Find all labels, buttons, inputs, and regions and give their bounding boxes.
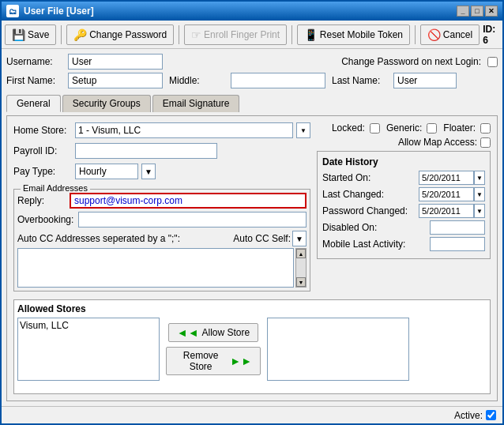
close-button[interactable]: ✕ (485, 6, 498, 17)
active-checkbox[interactable] (486, 410, 496, 420)
scrollbar-track (296, 258, 306, 277)
window-title: User File [User] (24, 6, 94, 17)
change-password-button[interactable]: 🔑 Change Password (66, 24, 174, 45)
key-icon: 🔑 (73, 28, 87, 41)
username-label: Username: (6, 56, 62, 67)
maximize-button[interactable]: □ (471, 6, 483, 17)
mobile-last-row: Mobile Last Activity: (322, 237, 485, 251)
allow-map-checkbox[interactable] (480, 137, 491, 148)
auto-cc-textarea[interactable] (17, 248, 294, 288)
auto-cc-btn-label: Auto CC Self: (233, 233, 291, 244)
payroll-id-input[interactable] (75, 143, 217, 159)
left-store-list[interactable]: Visum, LLC (17, 318, 160, 381)
overbooking-row: Overbooking: (17, 212, 307, 228)
tab-general[interactable]: General (6, 95, 61, 112)
locked-label: Locked: (332, 122, 365, 134)
mobile-last-input[interactable] (430, 237, 485, 251)
tab-security-groups[interactable]: Security Groups (62, 95, 151, 112)
change-password-next-label: Change Password on next Login: (341, 56, 481, 67)
active-label: Active: (454, 410, 483, 421)
last-changed-dropdown-btn[interactable]: ▼ (474, 187, 485, 201)
last-name-input[interactable] (393, 73, 457, 88)
started-on-input[interactable] (419, 171, 474, 185)
reset-mobile-token-button[interactable]: 📱 Reset Mobile Token (297, 24, 410, 45)
started-on-label: Started On: (322, 172, 370, 183)
allow-map-label: Allow Map Access: (398, 137, 477, 148)
password-changed-input[interactable] (419, 204, 474, 218)
username-row: Username: Change Password on next Login: (6, 54, 498, 70)
allow-store-button[interactable]: ◄◄ Allow Store (168, 323, 258, 342)
save-button[interactable]: 💾 Save (5, 24, 56, 45)
locked-row: Locked: (332, 122, 380, 134)
auto-cc-textarea-row: ▲ ▼ (17, 248, 307, 288)
first-name-label: First Name: (6, 75, 62, 86)
overbooking-input[interactable] (78, 212, 307, 228)
window-icon: 🗂 (6, 5, 19, 17)
allow-store-left-arrow-icon: ◄◄ (177, 326, 199, 339)
last-changed-row: Last Changed: ▼ (322, 187, 485, 201)
change-password-next-checkbox[interactable] (487, 57, 498, 67)
home-store-input[interactable] (75, 122, 293, 138)
reply-label: Reply: (17, 195, 65, 206)
password-changed-row: Password Changed: ▼ (322, 204, 485, 218)
floater-checkbox[interactable] (480, 123, 491, 134)
allow-store-label: Allow Store (202, 327, 250, 338)
cancel-button[interactable]: 🚫 Cancel (420, 24, 480, 45)
remove-store-button[interactable]: Remove Store ►► (166, 347, 261, 375)
main-window: 🗂 User File [User] _ □ ✕ 💾 Save 🔑 Change… (0, 0, 504, 425)
scrollbar: ▲ ▼ (295, 248, 307, 288)
middle-label: Middle: (169, 75, 224, 86)
disabled-on-input[interactable] (430, 220, 485, 235)
username-input[interactable] (68, 54, 163, 70)
disabled-on-label: Disabled On: (322, 222, 377, 233)
mobile-last-label: Mobile Last Activity: (322, 239, 405, 250)
auto-cc-dropdown-btn[interactable]: ▼ (292, 231, 307, 246)
email-addresses-title: Email Addresses (21, 183, 90, 193)
password-changed-dropdown-btn[interactable]: ▼ (474, 204, 485, 218)
payroll-id-label: Payroll ID: (13, 145, 69, 156)
password-changed-label: Password Changed: (322, 205, 408, 216)
home-store-label: Home Store: (13, 125, 69, 136)
minimize-button[interactable]: _ (457, 6, 469, 17)
generic-row: Generic: (386, 122, 437, 134)
right-store-list[interactable] (267, 318, 409, 381)
tab-content-general: Home Store: ▼ Payroll ID: Pay Type: (6, 115, 498, 401)
auto-cc-row: Auto CC Addresses seperated by a ";": Au… (17, 231, 307, 246)
allowed-stores-title: Allowed Stores (17, 303, 487, 314)
tabs: General Security Groups Email Signature (6, 95, 498, 112)
scrollbar-up-btn[interactable]: ▲ (296, 249, 306, 258)
last-changed-input[interactable] (419, 187, 474, 201)
pay-type-dropdown-btn[interactable]: ▼ (141, 164, 156, 179)
list-item[interactable]: Visum, LLC (20, 320, 157, 331)
locked-checkbox[interactable] (370, 123, 380, 134)
first-name-input[interactable] (68, 73, 163, 88)
allowed-stores-section: Allowed Stores Visum, LLC ◄◄ Allow Store… (13, 299, 491, 394)
reply-row: Reply: (17, 193, 307, 209)
date-history-box: Date History Started On: ▼ Last Changed: (317, 151, 491, 259)
enroll-fingerprint-button[interactable]: ☞ Enroll Finger Print (184, 24, 287, 45)
started-on-row: Started On: ▼ (322, 171, 485, 185)
pay-type-label: Pay Type: (13, 166, 69, 177)
payroll-id-row: Payroll ID: (13, 143, 310, 159)
home-store-row: Home Store: ▼ (13, 122, 310, 138)
record-id: ID: 6 (483, 24, 499, 46)
generic-checkbox[interactable] (427, 123, 437, 134)
generic-label: Generic: (386, 122, 422, 134)
tab-email-signature[interactable]: Email Signature (152, 95, 240, 112)
pay-type-input[interactable] (75, 164, 138, 179)
started-on-dropdown-btn[interactable]: ▼ (474, 171, 485, 185)
mobile-icon: 📱 (304, 28, 318, 41)
home-store-dropdown-btn[interactable]: ▼ (296, 122, 310, 138)
save-icon: 💾 (12, 28, 25, 41)
remove-store-right-arrow-icon: ►► (230, 355, 252, 367)
floater-label: Floater: (443, 122, 476, 134)
title-bar: 🗂 User File [User] _ □ ✕ (2, 2, 502, 21)
name-row: First Name: Middle: Last Name: (6, 73, 498, 88)
remove-store-label: Remove Store (175, 350, 227, 372)
reply-input[interactable] (70, 193, 307, 209)
middle-input[interactable] (231, 73, 325, 88)
cancel-icon: 🚫 (427, 28, 441, 41)
scrollbar-down-btn[interactable]: ▼ (296, 277, 306, 287)
auto-cc-label: Auto CC Addresses seperated by a ";": (17, 233, 230, 244)
fingerprint-icon: ☞ (191, 28, 201, 41)
